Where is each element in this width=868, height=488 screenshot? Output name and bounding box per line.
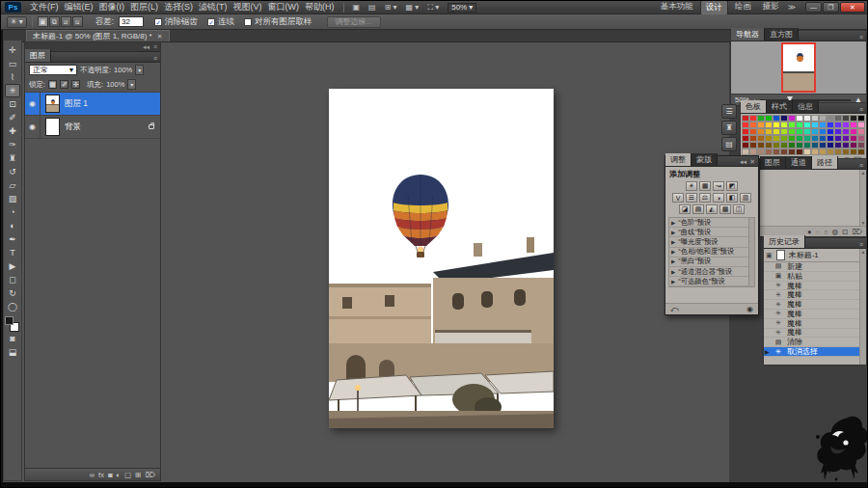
option-checkbox[interactable]: ✓连续 bbox=[207, 16, 234, 28]
scroll-up-icon[interactable]: ▲ bbox=[861, 170, 866, 176]
color-swatch[interactable] bbox=[819, 142, 827, 149]
return-arrow-icon[interactable]: ⤺ bbox=[670, 305, 679, 314]
color-swatch[interactable] bbox=[827, 135, 834, 142]
scroll-down-icon[interactable]: ▼ bbox=[861, 220, 866, 226]
workspace-tab[interactable]: 摄影 bbox=[758, 0, 784, 15]
menu-item[interactable]: 帮助(H) bbox=[303, 1, 337, 14]
collapsed-panel-icon[interactable]: ▤ bbox=[721, 137, 737, 151]
panel-menu-icon[interactable]: ≡ bbox=[859, 241, 863, 248]
color-swatch[interactable] bbox=[834, 115, 842, 122]
color-swatch[interactable] bbox=[827, 128, 834, 135]
eye-icon[interactable]: ◉ bbox=[25, 93, 41, 115]
menu-item[interactable]: 选择(S) bbox=[162, 1, 195, 14]
adjustment-icon[interactable]: ◧ bbox=[726, 193, 738, 203]
color-swatch[interactable] bbox=[811, 142, 819, 149]
color-swatch[interactable] bbox=[819, 122, 827, 128]
lock-icon[interactable]: ✛ bbox=[71, 80, 80, 89]
panel-menu-icon[interactable]: ≡ bbox=[153, 55, 157, 62]
color-swatch[interactable] bbox=[850, 128, 857, 135]
color-swatch[interactable] bbox=[842, 122, 850, 128]
color-swatch[interactable] bbox=[780, 128, 788, 135]
color-swatch[interactable] bbox=[773, 135, 780, 142]
adjustment-icon[interactable]: ⚖ bbox=[699, 193, 711, 203]
tab-styles[interactable]: 样式 bbox=[767, 100, 793, 113]
adjustment-preset-row[interactable]: ▶“色阶”预设 bbox=[669, 218, 748, 228]
color-swatch[interactable] bbox=[780, 142, 788, 149]
navigator-thumbnail[interactable] bbox=[781, 42, 816, 93]
adjustment-preset-row[interactable]: ▶“可选颜色”预设 bbox=[669, 277, 748, 286]
pen-tool[interactable]: ✒ bbox=[5, 232, 20, 246]
tab-adjustments[interactable]: 调整 bbox=[665, 153, 692, 166]
marquee-tool[interactable]: ▭ bbox=[5, 57, 20, 70]
layers-panel-button[interactable]: fx bbox=[98, 471, 104, 479]
color-swatch[interactable] bbox=[749, 122, 757, 128]
rotate-view-tool[interactable]: ↻ bbox=[5, 286, 20, 300]
color-swatch[interactable] bbox=[773, 142, 780, 149]
color-swatch[interactable] bbox=[765, 128, 773, 135]
color-swatch[interactable] bbox=[827, 115, 834, 122]
menu-item[interactable]: 滤镜(T) bbox=[197, 1, 230, 14]
tab-info[interactable]: 信息 bbox=[793, 100, 819, 113]
color-swatch[interactable] bbox=[803, 142, 811, 149]
history-snapshot-row[interactable]: ▣ 未标题-1 bbox=[764, 249, 859, 262]
adjustment-preset-row[interactable]: ▶“色相/饱和度”预设 bbox=[669, 248, 748, 258]
tab-channels[interactable]: 通道 bbox=[786, 156, 812, 169]
disclosure-triangle-icon[interactable]: ▶ bbox=[671, 269, 675, 275]
color-swatch[interactable] bbox=[773, 128, 780, 135]
menu-item[interactable]: 文件(F) bbox=[28, 1, 61, 14]
tab-masks[interactable]: 蒙版 bbox=[692, 153, 718, 166]
adjustment-icon[interactable]: ▤ bbox=[692, 204, 704, 214]
color-swatch[interactable] bbox=[742, 115, 749, 122]
layers-panel-button[interactable]: ∞ bbox=[90, 471, 95, 479]
adjustment-icon[interactable]: ☀ bbox=[686, 181, 697, 191]
history-entry[interactable]: ✳魔棒 bbox=[764, 290, 859, 300]
eye-icon[interactable]: ◉ bbox=[25, 116, 41, 138]
tab-histogram[interactable]: 直方图 bbox=[765, 28, 799, 41]
panel-menu-icon[interactable]: ≡ bbox=[859, 34, 863, 41]
color-swatch[interactable] bbox=[796, 128, 803, 135]
layer-row[interactable]: ◉图层 1 bbox=[25, 93, 160, 116]
color-swatch[interactable] bbox=[773, 149, 780, 155]
color-swatch[interactable] bbox=[757, 135, 765, 142]
paths-panel-button[interactable]: ● bbox=[807, 228, 812, 236]
history-entry[interactable]: ✳魔棒 bbox=[764, 319, 859, 329]
workspace-tab[interactable]: 绘画 bbox=[730, 0, 756, 15]
color-swatch[interactable] bbox=[749, 142, 757, 149]
color-swatch[interactable] bbox=[765, 149, 773, 155]
color-swatch[interactable] bbox=[796, 135, 803, 142]
color-swatch[interactable] bbox=[834, 149, 842, 155]
color-swatch[interactable] bbox=[811, 149, 819, 155]
refine-edge-button[interactable]: 调整边缘... bbox=[327, 16, 382, 28]
layers-panel-button[interactable]: ◙ bbox=[108, 471, 113, 479]
adjustment-icon[interactable]: ◑ bbox=[713, 193, 724, 203]
history-entry[interactable]: ✳魔棒 bbox=[764, 300, 859, 310]
view-extras-icon[interactable]: ▦ ▾ bbox=[404, 3, 421, 12]
color-swatch[interactable] bbox=[819, 128, 827, 135]
color-swatch[interactable] bbox=[850, 149, 857, 155]
option-checkbox[interactable]: ✓消除锯齿 bbox=[154, 16, 198, 28]
color-swatch[interactable] bbox=[811, 122, 819, 128]
color-swatch[interactable] bbox=[749, 135, 757, 142]
color-swatch[interactable] bbox=[742, 142, 749, 149]
color-swatch[interactable] bbox=[842, 135, 850, 142]
panel-menu-icon[interactable]: ≡ bbox=[859, 106, 863, 113]
scrollbar[interactable]: ▲ ▼ bbox=[859, 170, 866, 226]
layers-panel-button[interactable]: ⌦ bbox=[145, 471, 155, 479]
menu-item[interactable]: 视图(V) bbox=[231, 1, 264, 14]
disclosure-triangle-icon[interactable]: ▶ bbox=[671, 239, 675, 245]
color-swatch[interactable] bbox=[765, 122, 773, 128]
color-swatch[interactable] bbox=[757, 122, 765, 128]
layers-panel-button[interactable]: ⊞ bbox=[135, 471, 141, 479]
disclosure-triangle-icon[interactable]: ▶ bbox=[671, 279, 675, 285]
selection-mode-icon[interactable]: ⧅ bbox=[72, 16, 83, 27]
adjustment-icon[interactable]: ↝ bbox=[713, 181, 724, 191]
selection-mode-icon[interactable]: ⧉ bbox=[49, 16, 60, 27]
color-swatch[interactable] bbox=[780, 122, 788, 128]
menu-item[interactable]: 编辑(E) bbox=[63, 1, 95, 14]
color-swatch[interactable] bbox=[819, 149, 827, 155]
tab-layers[interactable]: 图层 bbox=[25, 49, 51, 62]
color-swatch[interactable] bbox=[742, 149, 749, 155]
menu-item[interactable]: 图层(L) bbox=[128, 1, 160, 14]
menu-item[interactable]: 图像(I) bbox=[97, 1, 127, 14]
disclosure-triangle-icon[interactable]: ▶ bbox=[671, 258, 675, 264]
